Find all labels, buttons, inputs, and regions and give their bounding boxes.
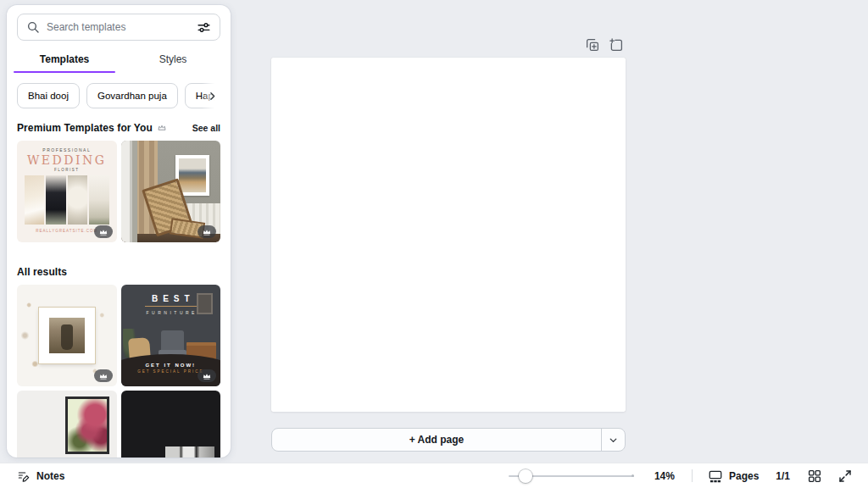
sidebar-tabs: Templates Styles bbox=[10, 46, 227, 73]
pages-label: Pages bbox=[729, 470, 759, 482]
furniture-wall-art bbox=[197, 293, 213, 314]
add-page-split-button: + Add page bbox=[271, 428, 626, 452]
filter-chips-row: Bhai dooj Govardhan puja Happy new bbox=[17, 83, 220, 108]
design-page-canvas[interactable] bbox=[271, 58, 626, 412]
premium-crown-badge bbox=[94, 369, 113, 382]
tab-templates[interactable]: Templates bbox=[10, 46, 119, 73]
premium-section-title: Premium Templates for You bbox=[17, 122, 153, 134]
wedding-kicker: PROFESSIONAL bbox=[17, 147, 117, 152]
wedding-title: WEDDING bbox=[17, 153, 117, 167]
chair-window bbox=[121, 141, 138, 242]
chips-scroll-right-button[interactable] bbox=[202, 83, 220, 108]
pages-icon bbox=[708, 469, 723, 484]
crown-icon bbox=[157, 123, 167, 133]
status-divider bbox=[692, 469, 693, 482]
templates-sidebar: Templates Styles Bhai dooj Govardhan puj… bbox=[7, 5, 231, 458]
dark-abstract-print bbox=[165, 446, 214, 458]
search-icon bbox=[26, 20, 40, 34]
chip-bhai-dooj[interactable]: Bhai dooj bbox=[17, 83, 80, 108]
search-bar[interactable] bbox=[17, 14, 220, 41]
premium-section-header: Premium Templates for You See all bbox=[17, 122, 220, 134]
status-bar-right: 14% Pages 1/1 bbox=[509, 469, 856, 484]
chip-govardhan-puja[interactable]: Govardhan puja bbox=[86, 83, 178, 108]
search-input[interactable] bbox=[47, 21, 190, 33]
premium-crown-badge bbox=[198, 225, 216, 238]
page-toolbar bbox=[585, 37, 624, 53]
all-results-header: All results bbox=[17, 266, 220, 278]
premium-templates-grid: PROFESSIONAL WEDDING FLORIST REALLYGREAT… bbox=[17, 141, 220, 242]
chevron-down-icon bbox=[608, 435, 619, 446]
template-best-furniture[interactable]: BEST FURNITURE GET IT NOW! GET SPECIAL P… bbox=[121, 285, 221, 386]
tab-styles-label: Styles bbox=[159, 53, 187, 65]
chevron-right-icon bbox=[207, 91, 218, 102]
template-dark-abstract[interactable] bbox=[121, 391, 221, 458]
wedding-subtitle: FLORIST bbox=[17, 168, 117, 172]
furniture-cta: GET IT NOW! bbox=[121, 363, 221, 368]
notes-label: Notes bbox=[36, 470, 64, 482]
premium-crown-badge bbox=[94, 225, 113, 238]
zoom-slider[interactable] bbox=[509, 469, 634, 483]
duplicate-page-icon[interactable] bbox=[585, 37, 600, 53]
template-wedding-florist[interactable]: PROFESSIONAL WEDDING FLORIST REALLYGREAT… bbox=[17, 141, 117, 242]
wedding-photo-strip bbox=[25, 175, 109, 225]
status-bar: Notes 14% Pages 1/1 bbox=[0, 463, 868, 488]
moto-frame bbox=[39, 308, 95, 363]
add-page-icon[interactable] bbox=[609, 37, 624, 53]
all-results-grid: BEST FURNITURE GET IT NOW! GET SPECIAL P… bbox=[17, 285, 220, 458]
tab-templates-label: Templates bbox=[40, 53, 89, 65]
filter-settings-icon[interactable] bbox=[197, 20, 211, 35]
template-floral-room[interactable] bbox=[17, 391, 117, 458]
premium-crown-badge bbox=[198, 369, 216, 382]
grid-view-icon[interactable] bbox=[807, 469, 822, 484]
see-all-link[interactable]: See all bbox=[192, 123, 220, 133]
furniture-title: BEST bbox=[145, 294, 197, 307]
zoom-percent[interactable]: 14% bbox=[654, 470, 675, 482]
notes-button[interactable]: Notes bbox=[17, 469, 64, 483]
add-page-button[interactable]: + Add page bbox=[272, 429, 601, 451]
active-tab-underline bbox=[14, 71, 115, 74]
zoom-slider-end-dot bbox=[632, 474, 634, 477]
motorcycle-silhouette bbox=[61, 324, 73, 350]
add-page-dropdown-button[interactable] bbox=[602, 429, 625, 451]
template-framed-motorcycle[interactable] bbox=[17, 285, 117, 386]
floral-painting bbox=[65, 396, 109, 454]
tab-styles[interactable]: Styles bbox=[119, 46, 227, 73]
pages-button[interactable]: Pages bbox=[708, 469, 759, 484]
fullscreen-icon[interactable] bbox=[837, 469, 853, 484]
notes-icon bbox=[17, 469, 31, 483]
page-indicator: 1/1 bbox=[776, 470, 790, 482]
template-chair-photo[interactable] bbox=[121, 141, 221, 242]
all-results-title: All results bbox=[17, 266, 67, 278]
zoom-slider-thumb[interactable] bbox=[519, 469, 532, 483]
